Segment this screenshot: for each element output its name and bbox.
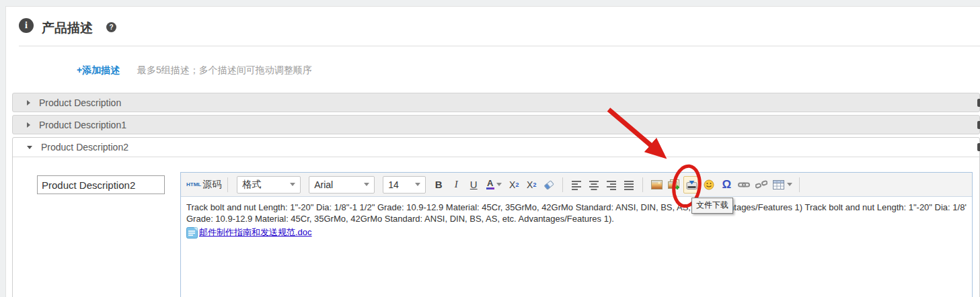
help-icon[interactable]: ? [106, 22, 116, 32]
insert-link-button[interactable] [736, 176, 752, 194]
align-right-button[interactable] [603, 176, 619, 194]
superscript-2: 2 [533, 181, 536, 188]
unlink-button[interactable] [753, 176, 769, 194]
caret-down-icon [415, 183, 420, 186]
toolbar-separator [642, 177, 643, 192]
special-char-button[interactable]: Ω [718, 176, 734, 194]
file-upload-icon [686, 179, 698, 190]
bold-button[interactable]: B [430, 176, 447, 194]
attachment-link[interactable]: 邮件制作指南和发送规范.doc [199, 226, 312, 239]
panel-product-description[interactable]: Product Description [12, 93, 980, 112]
attachment-row: 邮件制作指南和发送规范.doc [186, 226, 967, 239]
html-source-button[interactable]: HTML 源码 [186, 176, 222, 194]
align-justify-icon [624, 179, 634, 190]
eraser-icon [543, 179, 554, 190]
underline-button[interactable]: U [465, 176, 482, 194]
editor-toolbar: HTML 源码 格式 Arial 14 B I U A [181, 173, 972, 197]
link-icon [738, 179, 750, 190]
panel-action-icon-cutoff[interactable] [977, 99, 980, 107]
size-dropdown-value: 14 [388, 179, 399, 190]
toolbar-separator [227, 177, 228, 192]
doc-file-icon [186, 227, 198, 239]
panel-action-icon-cutoff[interactable] [977, 143, 980, 151]
font-dropdown-value: Arial [314, 179, 333, 190]
html-source-label: HTML [186, 181, 201, 187]
font-size-dropdown[interactable]: 14 [383, 176, 426, 194]
subscript-2: 2 [515, 181, 519, 188]
font-color-icon: A [486, 180, 494, 189]
caret-down-icon [787, 183, 792, 186]
emoticon-button[interactable] [701, 176, 717, 194]
batch-image-button[interactable] [666, 176, 682, 194]
panel-label: Product Description2 [41, 142, 128, 153]
color-bar [486, 187, 494, 189]
description-hint: 最多5组描述；多个描述间可拖动调整顺序 [137, 65, 312, 77]
chevron-right-icon [27, 122, 30, 128]
italic-button[interactable]: I [448, 176, 464, 194]
content-line: Grade: 10.9-12.9 Material: 45Cr, 35GrMo,… [186, 213, 967, 224]
info-icon: i [19, 18, 34, 33]
smiley-icon [704, 179, 714, 190]
subscript-button[interactable]: X2 [506, 176, 522, 194]
format-dropdown[interactable]: 格式 [237, 176, 301, 194]
chevron-right-icon [27, 100, 30, 105]
align-center-button[interactable] [586, 176, 602, 194]
content-line: Track bolt and nut Length: 1"-20" Dia: 1… [186, 202, 967, 213]
panel-product-description2-header[interactable]: Product Description2 [13, 138, 979, 157]
align-left-icon [571, 179, 582, 190]
panel-action-icon-cutoff[interactable] [977, 121, 980, 129]
add-description-button[interactable]: +添加描述 [77, 65, 120, 77]
page-title: 产品描述 [42, 19, 93, 37]
description-title-input[interactable] [37, 175, 165, 194]
image-icon [651, 180, 663, 189]
caret-down-icon [364, 183, 369, 186]
format-dropdown-value: 格式 [242, 179, 261, 191]
table-button[interactable] [771, 176, 794, 194]
file-download-tooltip: 文件下载 [691, 198, 733, 214]
remove-format-button[interactable] [541, 176, 557, 194]
align-left-button[interactable] [568, 176, 585, 194]
caret-down-icon [290, 183, 295, 186]
subscript-x: X [509, 179, 515, 190]
page: i 产品描述 ? +添加描述 最多5组描述；多个描述间可拖动调整顺序 Produ… [0, 0, 980, 297]
unlink-icon [755, 179, 767, 190]
upload-file-button[interactable] [683, 176, 700, 194]
rich-text-editor: HTML 源码 格式 Arial 14 B I U A [180, 172, 973, 297]
header-divider [19, 46, 980, 46]
table-icon [773, 180, 784, 189]
font-family-dropdown[interactable]: Arial [309, 176, 375, 194]
source-code-label: 源码 [202, 179, 221, 191]
font-color-button[interactable]: A [483, 176, 504, 194]
panel-product-description1[interactable]: Product Description1 [12, 115, 980, 134]
chevron-down-icon [27, 146, 32, 149]
insert-image-button[interactable] [648, 176, 665, 194]
superscript-x: X [527, 179, 533, 190]
caret-down-icon [496, 183, 502, 186]
panel-label: Product Description1 [39, 120, 126, 130]
align-center-icon [589, 179, 599, 190]
align-justify-button[interactable] [621, 176, 637, 194]
toolbar-separator [799, 177, 800, 192]
align-right-icon [606, 179, 617, 190]
font-color-letter: A [487, 180, 493, 187]
superscript-button[interactable]: X2 [523, 176, 539, 194]
panel-label: Product Description [39, 97, 121, 108]
editor-content-area[interactable]: Track bolt and nut Length: 1"-20" Dia: 1… [181, 197, 972, 297]
toolbar-separator [562, 177, 563, 192]
images-stack-icon [668, 179, 680, 190]
